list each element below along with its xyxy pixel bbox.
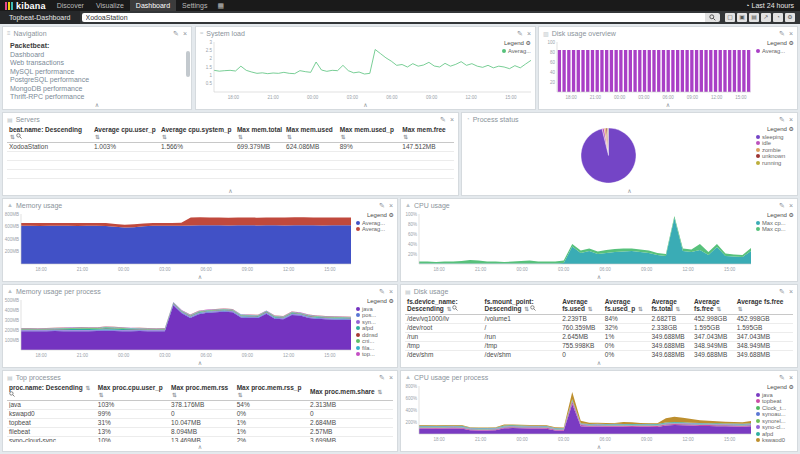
column-header[interactable]: Max proc.mem.share ⇅ <box>308 387 393 396</box>
legend-header[interactable]: Legend ⚙ <box>356 212 394 219</box>
panel-header[interactable]: ≡ Navigation ✎× <box>3 27 191 39</box>
legend-header[interactable]: Legend ⚙ <box>756 126 794 133</box>
sort-icon[interactable]: ⇅ <box>447 306 452 312</box>
close-panel-icon[interactable]: × <box>450 116 454 123</box>
panel-header[interactable]: ▥ Disk usage overview ✎× <box>539 27 797 39</box>
legend-item[interactable]: Averag... <box>502 48 531 55</box>
legend-item[interactable]: Averag... <box>356 226 394 233</box>
dashboard-tab[interactable]: Topbeat-Dashboard <box>0 11 80 24</box>
column-header[interactable]: Max mem.used_p ⇅ <box>338 125 401 142</box>
close-panel-icon[interactable]: × <box>183 30 187 37</box>
new-dashboard-icon[interactable]: ▢ <box>725 13 735 22</box>
edit-panel-icon[interactable]: ✎ <box>779 288 785 295</box>
column-header[interactable]: Average cpu.user_p ⇅ <box>92 125 159 142</box>
edit-panel-icon[interactable]: ✎ <box>779 30 785 37</box>
column-header[interactable]: Max proc.mem.rss_p ⇅ <box>235 383 308 400</box>
panel-header[interactable]: ▤ Top processes ✎× <box>3 371 397 383</box>
collapse-caret[interactable]: ∧ <box>597 360 601 366</box>
nav-dashboard[interactable]: Dashboard <box>130 0 176 11</box>
column-header[interactable]: Average fs.free ⇅ <box>692 297 735 314</box>
search-button[interactable] <box>705 13 720 22</box>
panel-header[interactable]: ▲ CPU usage per process ✎× <box>401 371 797 383</box>
collapse-caret[interactable]: ∧ <box>198 444 202 450</box>
close-panel-icon[interactable]: × <box>389 374 393 381</box>
legend-header[interactable]: Legend ⚙ <box>756 40 794 47</box>
column-header[interactable]: Max proc.cpu.user_p ⇅ <box>96 383 169 400</box>
nav-link[interactable]: MongoDB performance <box>10 85 184 92</box>
search-icon[interactable] <box>452 305 458 311</box>
search-icon[interactable] <box>9 391 15 397</box>
sort-icon[interactable]: ⇅ <box>403 134 408 140</box>
sort-icon[interactable]: ⇅ <box>238 134 243 140</box>
sort-icon[interactable]: ⇅ <box>162 134 167 140</box>
panel-header[interactable]: ▲ Memory usage ✎× <box>3 199 397 211</box>
column-header[interactable]: Average fs.used ⇅ <box>560 297 603 314</box>
close-panel-icon[interactable]: × <box>789 30 793 37</box>
nav-link[interactable]: Thrift-RPC performance <box>10 93 184 100</box>
edit-panel-icon[interactable]: ✎ <box>517 30 523 37</box>
legend-item[interactable]: running <box>756 160 794 167</box>
close-panel-icon[interactable]: × <box>389 202 393 209</box>
column-header[interactable]: fs.mount_point: Descending ⇅ <box>483 297 561 314</box>
edit-panel-icon[interactable]: ✎ <box>779 202 785 209</box>
nav-settings[interactable]: Settings <box>176 0 213 11</box>
search-icon[interactable] <box>530 305 536 311</box>
column-header[interactable]: Average fs.used_p ⇅ <box>603 297 650 314</box>
column-header[interactable]: Max mem.total ⇅ <box>235 125 284 142</box>
column-header[interactable]: Average fs.free ⇅ <box>735 297 793 314</box>
sort-icon[interactable]: ⇅ <box>378 389 383 395</box>
share-icon[interactable]: ↗ <box>761 13 771 22</box>
collapse-caret[interactable]: ∧ <box>363 102 367 108</box>
edit-panel-icon[interactable]: ✎ <box>440 116 446 123</box>
collapse-caret[interactable]: ∧ <box>666 102 670 108</box>
collapse-caret[interactable]: ∧ <box>597 274 601 280</box>
column-header[interactable]: Average cpu.system_p ⇅ <box>159 125 235 142</box>
sort-icon[interactable]: ⇅ <box>95 134 100 140</box>
collapse-caret[interactable]: ∧ <box>597 444 601 450</box>
search-icon[interactable] <box>16 133 22 139</box>
sort-icon[interactable]: ⇅ <box>676 306 681 312</box>
sort-icon[interactable]: ⇅ <box>10 134 15 140</box>
collapse-caret[interactable]: ∧ <box>198 360 202 366</box>
legend-header[interactable]: Legend ⚙ <box>356 298 394 305</box>
legend-item[interactable]: Averag... <box>756 48 794 55</box>
column-header[interactable]: beat.name: Descending ⇅ <box>7 125 92 142</box>
collapse-caret[interactable]: ∧ <box>627 188 631 194</box>
nav-discover[interactable]: Discover <box>51 0 90 11</box>
close-panel-icon[interactable]: × <box>789 374 793 381</box>
close-panel-icon[interactable]: × <box>789 202 793 209</box>
panel-header[interactable]: ▤ Disk usage ✎× <box>401 285 797 297</box>
sort-icon[interactable]: ⇅ <box>588 306 593 312</box>
panel-header[interactable]: ▲ Memory usage per process ✎× <box>3 285 397 297</box>
scrollbar-thumb[interactable] <box>186 51 190 77</box>
edit-panel-icon[interactable]: ✎ <box>173 30 179 37</box>
column-header[interactable]: fs.device_name: Descending ⇅ <box>405 297 483 314</box>
legend-header[interactable]: Legend ⚙ <box>502 40 531 47</box>
panel-header[interactable]: ≈ System load ✎× <box>196 27 535 39</box>
apps-grid-icon[interactable]: ▦ <box>213 2 228 10</box>
close-panel-icon[interactable]: × <box>789 116 793 123</box>
legend-header[interactable]: Legend ⚙ <box>756 384 794 391</box>
edit-panel-icon[interactable]: ✎ <box>379 288 385 295</box>
edit-panel-icon[interactable]: ✎ <box>379 374 385 381</box>
sort-icon[interactable]: ⇅ <box>172 392 177 398</box>
sort-icon[interactable]: ⇅ <box>716 306 721 312</box>
query-input[interactable] <box>82 13 706 22</box>
kibana-logo[interactable]: kibana <box>0 0 51 11</box>
column-header[interactable]: Max mem.free ⇅ <box>400 125 454 142</box>
legend-item[interactable]: Max cp... <box>756 226 794 233</box>
column-header[interactable]: proc.name: Descending ⇅ <box>7 383 96 400</box>
nav-link[interactable]: Dashboard <box>10 51 184 58</box>
load-dashboard-icon[interactable]: ▤ <box>749 13 759 22</box>
nav-link[interactable]: PostgreSQL performance <box>10 76 184 83</box>
sort-icon[interactable]: ⇅ <box>238 392 243 398</box>
collapse-caret[interactable]: ∧ <box>198 274 202 280</box>
sort-icon[interactable]: ⇅ <box>738 306 743 312</box>
edit-panel-icon[interactable]: ✎ <box>779 116 785 123</box>
panel-header[interactable]: ▤ Servers ✎× <box>3 113 458 125</box>
column-header[interactable]: Average fs.total ⇅ <box>649 297 692 314</box>
edit-panel-icon[interactable]: ✎ <box>779 374 785 381</box>
sort-icon[interactable]: ⇅ <box>341 134 346 140</box>
panel-header[interactable]: ▲ CPU usage ✎× <box>401 199 797 211</box>
save-dashboard-icon[interactable]: ▣ <box>737 13 747 22</box>
